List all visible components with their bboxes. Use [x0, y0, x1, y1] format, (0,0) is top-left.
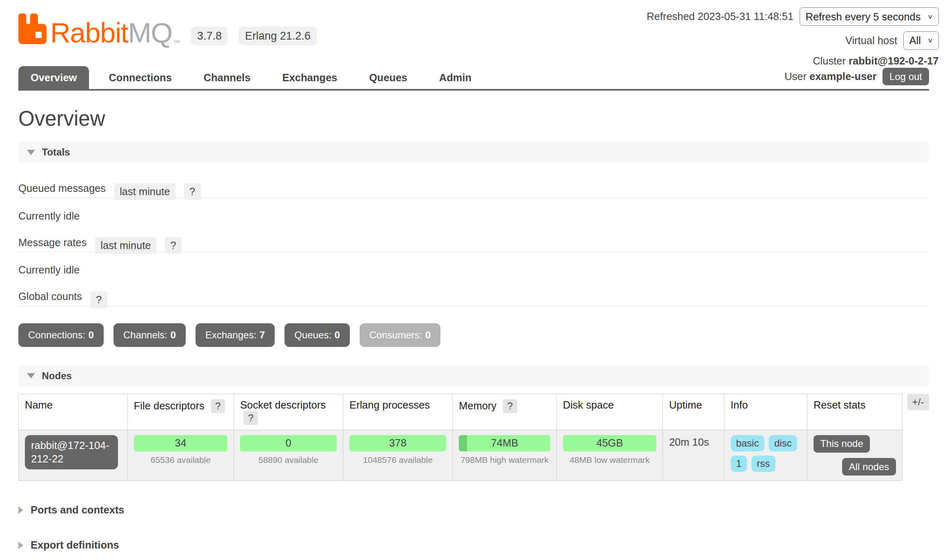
- reset-all-nodes-button[interactable]: All nodes: [842, 458, 896, 476]
- reset-this-node-button[interactable]: This node: [814, 435, 870, 453]
- info-badge-rss: rss: [751, 456, 776, 472]
- erlang-version-badge: Erlang 21.2.6: [239, 27, 317, 45]
- col-socket-descriptors: Socket descriptors ?: [234, 394, 343, 430]
- nodes-section-label: Nodes: [42, 370, 72, 382]
- queued-messages-heading: Queued messages last minute ?: [18, 180, 929, 198]
- disk-space-cell: 45GB 48MB low watermark: [557, 430, 663, 481]
- info-badge-basic: basic: [731, 435, 765, 451]
- socket-descriptors-help-icon[interactable]: ?: [244, 411, 258, 425]
- erlang-processes-cell: 378 1048576 available: [343, 430, 452, 481]
- reset-stats-cell: This node All nodes: [807, 430, 902, 481]
- global-counts-help-icon[interactable]: ?: [91, 291, 107, 308]
- channels-count-button[interactable]: Channels:0: [113, 323, 186, 347]
- info-cell: basic disc 1 rss: [724, 430, 807, 481]
- connections-count-button[interactable]: Connections:0: [18, 323, 104, 347]
- rabbitmq-management-page: RabbitMQ ™ 3.7.8 Erlang 21.2.6 Refreshed…: [0, 0, 947, 560]
- file-descriptors-detail: 65536 available: [134, 455, 227, 465]
- tab-admin[interactable]: Admin: [427, 66, 484, 89]
- memory-bar: 74MB: [459, 435, 550, 452]
- virtual-host-label: Virtual host: [845, 35, 897, 47]
- export-definitions-toggle[interactable]: Export definitions: [18, 539, 929, 551]
- expand-arrow-icon: [18, 507, 23, 514]
- memory-used-segment: [459, 435, 467, 452]
- col-erlang-processes: Erlang processes: [343, 394, 452, 430]
- expand-arrow-icon: [18, 542, 23, 549]
- collapse-arrow-icon: [27, 150, 35, 155]
- message-rates-idle-text: Currently idle: [18, 264, 929, 276]
- col-file-descriptors: File descriptors ?: [127, 394, 233, 430]
- nodes-section-toggle[interactable]: Nodes: [18, 365, 929, 387]
- file-descriptors-bar: 34: [134, 435, 227, 452]
- message-rates-filter[interactable]: last minute: [95, 237, 156, 254]
- file-descriptors-help-icon[interactable]: ?: [211, 399, 225, 413]
- nodes-table-header-row: Name File descriptors ? Socket descripto…: [19, 394, 903, 430]
- message-rates-heading: Message rates last minute ?: [18, 234, 929, 252]
- ports-and-contexts-toggle[interactable]: Ports and contexts: [18, 504, 929, 516]
- uptime-cell: 20m 10s: [663, 430, 725, 481]
- global-counts-buttons: Connections:0 Channels:0 Exchanges:7 Que…: [18, 323, 929, 347]
- trademark-symbol: ™: [173, 39, 180, 47]
- info-badge-1: 1: [731, 456, 747, 472]
- disk-space-bar: 45GB: [563, 435, 656, 452]
- file-descriptors-cell: 34 65536 available: [127, 430, 233, 481]
- memory-help-icon[interactable]: ?: [503, 399, 517, 413]
- message-rates-help-icon[interactable]: ?: [165, 237, 182, 254]
- collapse-arrow-icon: [27, 373, 35, 378]
- socket-descriptors-bar: 0: [240, 435, 337, 452]
- col-reset-stats: Reset stats: [807, 394, 902, 430]
- global-counts-heading: Global counts ?: [18, 288, 929, 306]
- tab-queues[interactable]: Queues: [357, 66, 420, 89]
- virtual-host-select-wrap: All: [903, 31, 939, 50]
- socket-descriptors-cell: 0 58890 available: [234, 430, 343, 481]
- refreshed-timestamp: Refreshed 2023-05-31 11:48:51: [647, 11, 794, 22]
- logout-button[interactable]: Log out: [883, 68, 929, 85]
- exchanges-count-button[interactable]: Exchanges:7: [196, 323, 275, 347]
- tab-overview[interactable]: Overview: [18, 66, 89, 89]
- memory-cell: 74MB 798MB high watermark: [453, 430, 557, 481]
- col-memory: Memory ?: [453, 394, 557, 430]
- logo-wordmark: RabbitMQ: [50, 20, 172, 47]
- tab-connections[interactable]: Connections: [96, 66, 184, 89]
- header: RabbitMQ ™ 3.7.8 Erlang 21.2.6 Refreshed…: [0, 0, 947, 66]
- user-name: example-user: [809, 71, 876, 82]
- user-label: User example-user: [785, 71, 876, 82]
- queued-messages-idle-text: Currently idle: [18, 210, 929, 222]
- erlang-processes-detail: 1048576 available: [349, 455, 446, 465]
- socket-descriptors-detail: 58890 available: [240, 455, 337, 465]
- cluster-label: Cluster: [813, 55, 846, 67]
- version-badge: 3.7.8: [191, 27, 228, 45]
- col-disk-space: Disk space: [557, 394, 663, 430]
- virtual-host-select[interactable]: All: [903, 31, 939, 50]
- main-nav-tabs: Overview Connections Channels Exchanges …: [18, 66, 929, 91]
- col-uptime: Uptime: [663, 394, 725, 430]
- queued-messages-help-icon[interactable]: ?: [184, 183, 201, 200]
- consumers-count-badge: Consumers:0: [360, 323, 440, 347]
- refresh-interval-select-wrap: Refresh every 5 seconds: [800, 7, 939, 26]
- rabbitmq-logo[interactable]: RabbitMQ ™: [18, 13, 180, 47]
- cluster-name: rabbit@192-0-2-17: [849, 55, 938, 67]
- node-row: rabbit@172-104-212-22 34 65536 available…: [19, 430, 903, 481]
- tab-channels[interactable]: Channels: [191, 66, 263, 89]
- erlang-processes-bar: 378: [349, 435, 446, 452]
- refresh-interval-select[interactable]: Refresh every 5 seconds: [800, 7, 939, 26]
- info-badge-disc: disc: [769, 435, 797, 451]
- col-name: Name: [19, 394, 128, 430]
- queued-messages-filter[interactable]: last minute: [114, 183, 176, 200]
- col-info: Info: [724, 394, 807, 430]
- nodes-table: Name File descriptors ? Socket descripto…: [18, 394, 903, 481]
- totals-section-label: Totals: [42, 147, 70, 158]
- memory-detail: 798MB high watermark: [459, 455, 550, 465]
- page-title: Overview: [18, 107, 929, 131]
- column-selector-button[interactable]: +/-: [907, 394, 929, 410]
- node-name-badge[interactable]: rabbit@172-104-212-22: [25, 435, 118, 469]
- queues-count-button[interactable]: Queues:0: [285, 323, 350, 347]
- rabbit-icon: [18, 13, 47, 47]
- totals-section-toggle[interactable]: Totals: [18, 142, 929, 163]
- disk-space-detail: 48MB low watermark: [563, 455, 656, 465]
- tab-exchanges[interactable]: Exchanges: [270, 66, 350, 89]
